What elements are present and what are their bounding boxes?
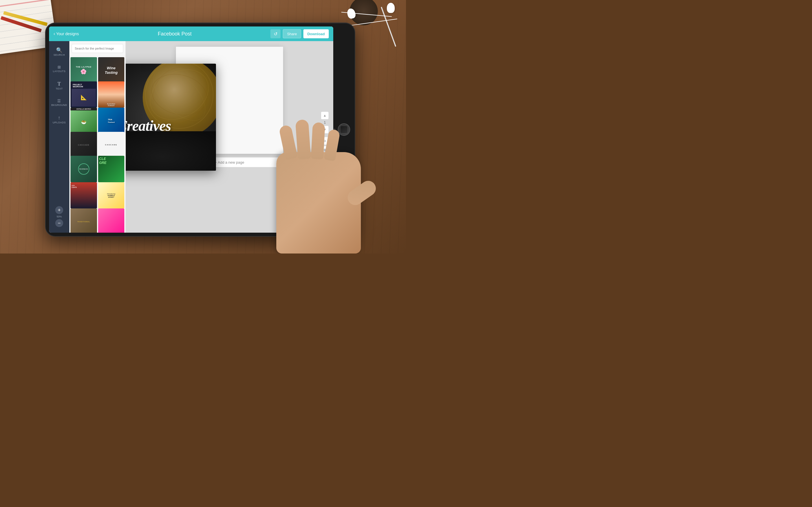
sidebar-item-background[interactable]: ☰ BKGROUND	[49, 94, 69, 111]
business-circle: BUSINESS	[78, 163, 89, 175]
pine-cone-area	[126, 131, 216, 171]
page-number: 1	[324, 121, 326, 124]
dragged-template-content: Creatives COOL CRAFTING IDEAS	[126, 64, 216, 171]
sidebar-label-search: SEARCH	[54, 54, 65, 56]
delete-page-button[interactable]: 🗑	[321, 146, 329, 154]
template-wine2[interactable]: CASCADE	[70, 132, 97, 158]
zoom-value: 50%	[57, 215, 62, 218]
template-honey[interactable]: IntroducingHUMBLEHONEY	[98, 182, 124, 209]
notebook-lines	[0, 0, 51, 8]
sidebar-label-layouts: LAYOUTS	[53, 70, 66, 73]
background-icon: ☰	[57, 99, 61, 103]
sidebar-item-layouts[interactable]: ⊞ LAYOUTS	[49, 60, 69, 77]
template-wine-tasting[interactable]: WineTasting	[98, 57, 124, 83]
text-icon: T	[57, 81, 61, 87]
template-project-bedroom[interactable]: PROJECTBEDROOM 📐	[70, 81, 97, 108]
search-icon: 🔍	[56, 48, 63, 53]
outback-label: AustralianOutback	[107, 103, 115, 107]
template-traditional[interactable]: TRADITIONAL	[70, 209, 97, 233]
template-business[interactable]: BUSINESS	[70, 156, 97, 182]
sidebar-item-uploads[interactable]: ↑ UPLOADS	[49, 111, 69, 128]
ipad-screen: ‹ Your designs Facebook Post ↺ Share Dow…	[49, 26, 333, 233]
page-down-button[interactable]: ▼	[321, 126, 329, 133]
earphone-bud-right	[387, 3, 395, 13]
main-content: 🔍 SEARCH ⊞ LAYOUTS T TEXT ☰ BKGROUND	[49, 41, 333, 233]
zoom-plus-button[interactable]: +	[55, 206, 63, 214]
earphone-cord	[380, 7, 396, 47]
template-tra[interactable]: TRAThailand	[98, 108, 124, 134]
templates-grid: THE LILYPAD WineTasting PROJECTBEDROOM 📐…	[69, 56, 125, 233]
sidebar: 🔍 SEARCH ⊞ LAYOUTS T TEXT ☰ BKGROUND	[49, 41, 69, 233]
search-input[interactable]	[71, 44, 123, 53]
back-label: Your designs	[56, 32, 79, 36]
template-lilypad[interactable]: THE LILYPAD	[70, 57, 97, 83]
home-button[interactable]	[338, 123, 350, 136]
sidebar-label-text: TEXT	[56, 87, 63, 90]
undo-button[interactable]: ↺	[270, 29, 281, 38]
canvas-area: + Add a new page ▲ 1 ▼ ⧉ 🗑	[126, 41, 333, 233]
back-button[interactable]: ‹ Your designs	[54, 31, 79, 36]
back-chevron-icon: ‹	[54, 31, 55, 36]
template-green[interactable]: CLEGRE	[98, 156, 124, 182]
app: ‹ Your designs Facebook Post ↺ Share Dow…	[49, 26, 333, 233]
sidebar-label-uploads: UPLOADS	[53, 121, 66, 124]
dragged-template-overlay: Creatives COOL CRAFTING IDEAS	[126, 64, 216, 171]
zoom-minus-button[interactable]: −	[55, 219, 63, 227]
ipad: ‹ Your designs Facebook Post ↺ Share Dow…	[45, 22, 355, 237]
uploads-icon: ↑	[58, 115, 61, 120]
templates-panel: THE LILYPAD WineTasting PROJECTBEDROOM 📐…	[69, 41, 126, 233]
sidebar-label-background: BKGROUND	[51, 104, 67, 107]
template-city[interactable]: CITYLIGHTS	[70, 182, 97, 209]
sidebar-item-text[interactable]: T TEXT	[49, 77, 69, 94]
app-header: ‹ Your designs Facebook Post ↺ Share Dow…	[49, 26, 333, 41]
template-ostella[interactable]: OSTELLA BISTRO 🥗	[70, 108, 97, 134]
template-pink[interactable]	[98, 209, 124, 233]
template-cascade[interactable]: CASCADE	[98, 132, 124, 158]
search-bar	[69, 41, 125, 56]
share-button[interactable]: Share	[283, 29, 301, 38]
svg-point-3	[147, 68, 211, 121]
download-button[interactable]: Download	[303, 29, 329, 38]
page-controls: ▲ 1 ▼ ⧉ 🗑	[321, 112, 329, 154]
header-title: Facebook Post	[79, 31, 270, 37]
sidebar-item-search[interactable]: 🔍 SEARCH	[49, 43, 69, 60]
camera-dot	[333, 128, 336, 131]
home-button-inner	[340, 126, 348, 133]
header-actions: ↺ Share Download	[270, 29, 329, 38]
template-outback[interactable]: AustralianOutback	[98, 81, 124, 108]
copy-page-button[interactable]: ⧉	[321, 137, 329, 145]
page-up-button[interactable]: ▲	[321, 112, 329, 119]
zoom-controls: + 50% −	[55, 206, 63, 230]
layouts-icon: ⊞	[57, 65, 61, 69]
